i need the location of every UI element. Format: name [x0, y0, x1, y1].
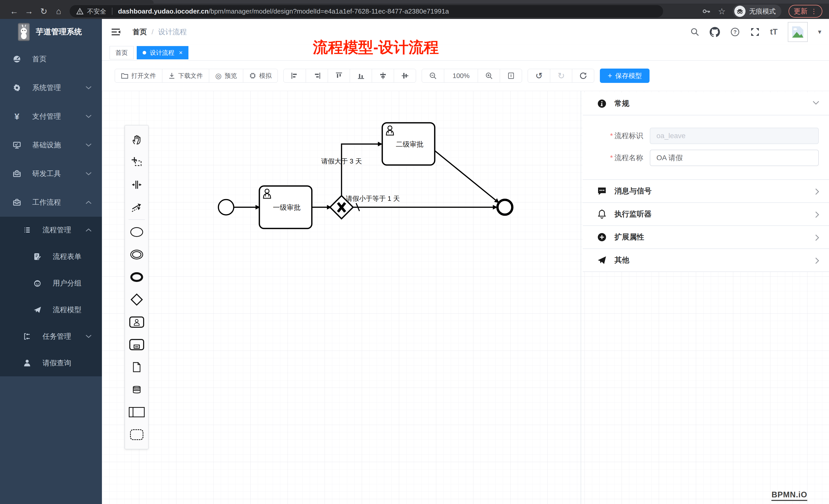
- undo-button[interactable]: ↺: [528, 69, 550, 82]
- sidebar-item-user-group[interactable]: 用户分组: [0, 270, 102, 297]
- section-extended-attributes[interactable]: 扩展属性: [583, 226, 829, 249]
- sidebar-item-process-form[interactable]: 流程表单: [0, 243, 102, 270]
- chevron-right-icon: [815, 257, 819, 264]
- eye-icon: ◎: [215, 72, 221, 80]
- section-message-signal[interactable]: 消息与信号: [583, 180, 829, 203]
- back-icon[interactable]: ←: [7, 6, 22, 16]
- section-general[interactable]: 常规: [583, 92, 829, 115]
- security-label[interactable]: 不安全: [87, 7, 106, 15]
- redo-icon: ↻: [557, 71, 565, 81]
- help-icon[interactable]: ?: [730, 27, 740, 37]
- zoom-in-button[interactable]: [478, 69, 500, 82]
- browser-active-tab[interactable]: [0, 0, 154, 4]
- align-left-button[interactable]: [284, 69, 306, 82]
- flow-label-lte1day[interactable]: 请假小于等于 1 天: [346, 195, 400, 202]
- zoom-level: 100%: [444, 69, 478, 82]
- align-center-button[interactable]: [372, 69, 394, 82]
- user-task-level2[interactable]: 二级审批: [382, 123, 435, 165]
- save-model-button[interactable]: + 保存模型: [600, 69, 650, 83]
- align-top-button[interactable]: [328, 69, 350, 82]
- required-asterisk: *: [610, 132, 613, 140]
- sidebar-item-workflow[interactable]: 工作流程: [0, 188, 102, 217]
- tab-design-process[interactable]: 设计流程 ×: [137, 46, 188, 60]
- zoom-out-button[interactable]: [422, 69, 444, 82]
- zoom-value: 100%: [453, 72, 470, 80]
- process-name-input[interactable]: [650, 150, 819, 166]
- avatar[interactable]: [788, 22, 808, 42]
- sidebar-item-leave-query[interactable]: 请假查询: [0, 350, 102, 376]
- flow-label-gt3days[interactable]: 请假大于 3 天: [321, 157, 362, 165]
- open-file-button[interactable]: 打开文件: [115, 69, 162, 82]
- close-icon[interactable]: ×: [179, 49, 183, 56]
- zoom-reset-button[interactable]: [500, 69, 522, 82]
- redo-button[interactable]: ↻: [550, 69, 572, 82]
- sidebar-item-system[interactable]: 系统管理: [0, 73, 102, 102]
- incognito-badge: 无痕模式: [733, 5, 781, 18]
- download-file-button[interactable]: 下载文件: [162, 69, 209, 82]
- github-icon[interactable]: [710, 27, 720, 37]
- address-bar[interactable]: 不安全 dashboard.yudao.iocoder.cn/bpm/manag…: [70, 5, 663, 17]
- sidebar-item-dev-tools[interactable]: 研发工具: [0, 159, 102, 188]
- key-icon[interactable]: [702, 7, 711, 15]
- restart-button[interactable]: [572, 69, 594, 82]
- section-other[interactable]: 其他: [583, 249, 829, 272]
- search-icon[interactable]: [690, 27, 699, 37]
- sidebar-item-process-model[interactable]: 流程模型: [0, 297, 102, 323]
- align-button-group: [283, 69, 416, 83]
- tab-home[interactable]: 首页: [110, 46, 134, 60]
- sidebar-item-payment[interactable]: ¥ 支付管理: [0, 102, 102, 131]
- flow-gateway-to-task2[interactable]: [341, 144, 379, 196]
- sidebar-item-label: 流程管理: [42, 225, 71, 235]
- simulate-button[interactable]: 模拟: [243, 69, 278, 82]
- font-size-icon[interactable]: tT: [770, 27, 778, 37]
- align-middle-icon: [401, 72, 409, 80]
- warning-icon[interactable]: [76, 8, 83, 14]
- url-text[interactable]: dashboard.yudao.iocoder.cn/bpm/manager/m…: [118, 7, 449, 15]
- chevron-up-icon: [85, 201, 92, 204]
- end-event[interactable]: [498, 200, 512, 215]
- browser-menu-icon[interactable]: ⋮: [810, 7, 817, 15]
- sidebar-item-process-management[interactable]: 流程管理: [0, 217, 102, 243]
- user-task-level1[interactable]: 一级审批: [259, 186, 312, 228]
- task1-label: 一级审批: [273, 204, 300, 211]
- update-button[interactable]: 更新 ⋮: [789, 5, 822, 18]
- app-logo[interactable]: 芋道管理系统: [0, 19, 102, 45]
- sidebar-item-infrastructure[interactable]: 基础设施: [0, 131, 102, 159]
- home-icon[interactable]: ⌂: [51, 6, 66, 16]
- hamburger-icon[interactable]: [111, 28, 121, 36]
- sidebar-item-label: 用户分组: [53, 278, 81, 288]
- bpmn-canvas[interactable]: 一级审批 二级审批: [102, 91, 829, 504]
- zoom-in-icon: [485, 72, 493, 80]
- sidebar-item-home[interactable]: 首页: [0, 45, 102, 73]
- chevron-down-icon[interactable]: ▾: [818, 28, 821, 36]
- chevron-right-icon: [815, 234, 819, 241]
- align-left-icon: [291, 72, 298, 80]
- flow-task2-to-end[interactable]: [435, 151, 496, 201]
- gear-icon: [12, 83, 22, 92]
- update-label: 更新: [794, 7, 807, 16]
- field-label: *流程名称: [583, 153, 643, 163]
- start-event[interactable]: [218, 200, 234, 215]
- fullscreen-icon[interactable]: [750, 27, 760, 37]
- process-key-input[interactable]: [650, 128, 819, 144]
- section-execution-listener[interactable]: 执行监听器: [583, 203, 829, 226]
- user-group-icon: [33, 279, 42, 287]
- align-bottom-button[interactable]: [350, 69, 372, 82]
- url-path: /bpm/manager/model/design?modelId=e4a1a1…: [209, 7, 449, 15]
- bell-icon: [597, 209, 607, 219]
- sidebar-item-task-management[interactable]: 任务管理: [0, 323, 102, 350]
- align-right-button[interactable]: [306, 69, 328, 82]
- app-shell: 芋道管理系统 首页 系统管理 ¥: [0, 19, 829, 504]
- bookmark-star-icon[interactable]: ☆: [718, 6, 726, 16]
- field-label: *流程标识: [583, 131, 643, 141]
- breadcrumb-home[interactable]: 首页: [133, 27, 147, 37]
- fit-viewport-icon: [507, 72, 515, 80]
- zoom-out-icon: [429, 72, 437, 80]
- forward-icon[interactable]: →: [22, 6, 36, 16]
- bpmn-io-logo[interactable]: BPMN.iO: [771, 490, 807, 501]
- general-form: *流程标识 *流程名称: [583, 115, 829, 180]
- align-middle-button[interactable]: [394, 69, 416, 82]
- panel-divider[interactable]: [581, 91, 581, 504]
- preview-button[interactable]: ◎ 预览: [209, 69, 243, 82]
- reload-icon[interactable]: ↻: [36, 6, 51, 16]
